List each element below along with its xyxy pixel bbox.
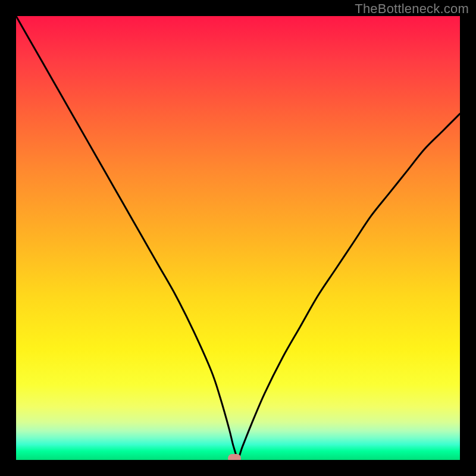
- chart-frame: TheBottleneck.com: [0, 0, 476, 476]
- bottleneck-curve: [16, 16, 460, 458]
- watermark-text: TheBottleneck.com: [355, 1, 469, 17]
- curve-svg: [16, 16, 460, 460]
- plot-area: [16, 16, 460, 460]
- minimum-marker: [228, 454, 241, 460]
